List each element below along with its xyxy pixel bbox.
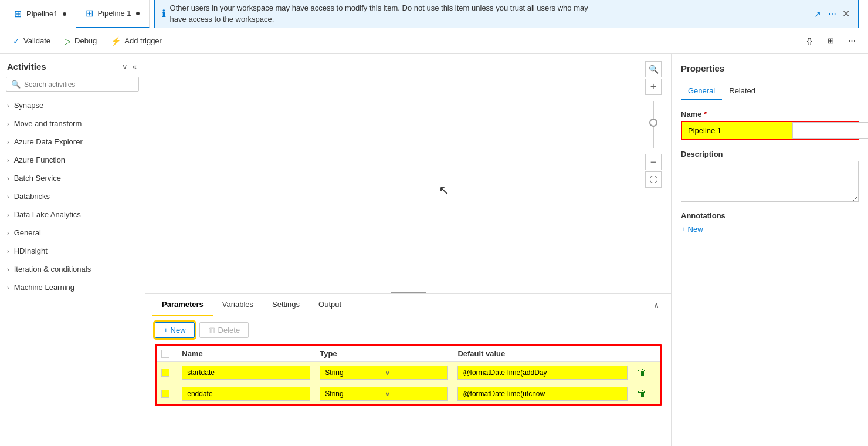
sidebar-item-hdinsight[interactable]: › HDInsight xyxy=(0,242,145,260)
row2-delete-cell: 🗑 xyxy=(632,383,660,404)
chevron-icon: › xyxy=(7,102,9,109)
banner-btn-resize[interactable]: ↗ xyxy=(812,8,823,20)
name-input-ext[interactable] xyxy=(792,122,868,139)
search-input[interactable] xyxy=(24,80,134,89)
canvas-area[interactable]: 🔍 + − ⛶ ↖ xyxy=(145,54,671,293)
tab-settings[interactable]: Settings xyxy=(263,294,309,316)
row2-type-select[interactable]: String ∨ xyxy=(320,387,448,401)
tab-pipeline1[interactable]: ⊞ Pipeline1 xyxy=(5,0,76,28)
row2-default-value[interactable]: @formatDateTime(utcnow xyxy=(457,387,628,401)
add-trigger-button[interactable]: ⚡ Add trigger xyxy=(105,33,168,49)
delete-icon: 🗑 xyxy=(208,326,216,334)
row1-checkbox-cell xyxy=(157,362,177,384)
sidebar-item-batch-service[interactable]: › Batch Service xyxy=(0,169,145,187)
prop-tab-related[interactable]: Related xyxy=(722,83,762,100)
row1-type-cell: String ∨ xyxy=(315,362,453,384)
chevron-icon: › xyxy=(7,157,9,164)
main-content: Activities ∨ « 🔍 › Synapse › Move and tr… xyxy=(0,54,868,446)
sidebar-item-azure-data-explorer[interactable]: › Azure Data Explorer xyxy=(0,133,145,151)
sidebar-item-azure-function[interactable]: › Azure Function xyxy=(0,151,145,169)
sidebar-item-iteration[interactable]: › Iteration & conditionals xyxy=(0,260,145,278)
header-delete xyxy=(632,346,660,362)
sidebar-item-databricks[interactable]: › Databricks xyxy=(0,187,145,205)
row1-type-select[interactable]: String ∨ xyxy=(320,366,448,380)
tab-parameters[interactable]: Parameters xyxy=(152,294,213,316)
sidebar-item-synapse[interactable]: › Synapse xyxy=(0,96,145,114)
prop-tab-general[interactable]: General xyxy=(681,83,722,100)
panel-collapse-btn[interactable]: ∧ xyxy=(649,296,664,315)
sidebar-label-general: General xyxy=(14,228,41,237)
new-annotation-button[interactable]: + New xyxy=(681,225,859,234)
new-parameter-button[interactable]: + New xyxy=(155,322,195,338)
chevron-icon: › xyxy=(7,284,9,291)
canvas-search-btn[interactable]: 🔍 xyxy=(645,61,662,77)
properties-panel: Properties General Related Name * Descri… xyxy=(671,54,868,446)
sidebar-label-af: Azure Function xyxy=(14,156,65,164)
canvas-zoom-slider[interactable] xyxy=(653,101,654,148)
required-indicator: * xyxy=(704,110,707,119)
more-icon: ⋯ xyxy=(848,36,856,45)
sidebar-controls: ∨ « xyxy=(121,61,138,72)
tab1-label: Pipeline1 xyxy=(26,9,58,18)
tab-variables[interactable]: Variables xyxy=(213,294,263,316)
select-all-checkbox[interactable] xyxy=(161,350,169,358)
info-banner: ℹ Other users in your workspace may have… xyxy=(154,0,859,29)
chevron-icon: › xyxy=(7,193,9,200)
more-options-btn[interactable]: ⋯ xyxy=(842,32,861,50)
row2-name-input[interactable] xyxy=(182,387,310,401)
row2-type-value: String xyxy=(325,390,383,398)
header-checkbox-cell xyxy=(157,346,177,362)
banner-btn-more[interactable]: ⋯ xyxy=(826,8,839,20)
sidebar-title: Activities xyxy=(7,62,46,72)
row1-delete-btn[interactable]: 🗑 xyxy=(637,367,646,377)
row2-value-cell: @formatDateTime(utcnow xyxy=(453,383,632,404)
row1-type-chevron: ∨ xyxy=(385,369,443,377)
banner-close-btn[interactable]: ✕ xyxy=(841,7,851,21)
sidebar-minimize-btn[interactable]: « xyxy=(131,61,138,72)
toolbar: ✓ Validate ▷ Debug ⚡ Add trigger {} ⊞ ⋯ xyxy=(0,28,868,54)
sidebar-item-data-lake[interactable]: › Data Lake Analytics xyxy=(0,205,145,224)
chevron-icon: › xyxy=(7,248,9,255)
description-textarea[interactable] xyxy=(681,161,859,202)
pipeline-icon: ⊞ xyxy=(14,8,22,19)
canvas-zoom-in-btn[interactable]: + xyxy=(645,79,662,95)
delete-parameter-button[interactable]: 🗑 Delete xyxy=(199,322,249,338)
debug-button[interactable]: ▷ Debug xyxy=(59,33,103,49)
bottom-tabs: Parameters Variables Settings Output ∧ xyxy=(145,294,671,316)
banner-text: Other users in your workspace may have a… xyxy=(170,3,807,24)
row2-delete-btn[interactable]: 🗑 xyxy=(637,388,646,398)
row1-name-cell xyxy=(177,362,315,384)
pipeline-icon2: ⊞ xyxy=(86,8,93,19)
tab-output[interactable]: Output xyxy=(309,294,351,316)
lightning-icon: ⚡ xyxy=(111,36,121,46)
canvas-fit-btn[interactable]: ⛶ xyxy=(645,171,662,188)
sidebar-item-general[interactable]: › General xyxy=(0,224,145,242)
sidebar-header: Activities ∨ « xyxy=(0,54,145,77)
table-row: String ∨ @formatDateTime(addDay 🗑 xyxy=(157,362,660,384)
name-input[interactable] xyxy=(682,122,792,139)
validate-button[interactable]: ✓ Validate xyxy=(7,33,56,49)
table-view-btn[interactable]: ⊞ xyxy=(821,32,840,50)
row1-name-input[interactable] xyxy=(182,366,310,380)
row1-checkbox[interactable] xyxy=(161,369,169,377)
canvas-zoom-out-btn[interactable]: − xyxy=(645,154,662,170)
sidebar-label-batch: Batch Service xyxy=(14,174,61,183)
search-box[interactable]: 🔍 xyxy=(6,77,139,92)
cursor: ↖ xyxy=(439,183,449,198)
bottom-panel: Parameters Variables Settings Output ∧ + xyxy=(145,293,671,446)
name-input-wrapper xyxy=(681,121,859,140)
tab-pipeline1-active[interactable]: ⊞ Pipeline 1 xyxy=(76,0,150,28)
code-view-btn[interactable]: {} xyxy=(800,32,819,50)
sidebar-item-machine-learning[interactable]: › Machine Learning xyxy=(0,278,145,296)
sidebar-collapse-btn[interactable]: ∨ xyxy=(121,61,129,72)
header-type: Type xyxy=(315,346,453,362)
description-label: Description xyxy=(681,150,859,158)
annotations-label: Annotations xyxy=(681,211,859,220)
row2-checkbox[interactable] xyxy=(161,390,169,398)
row2-checkbox-cell xyxy=(157,383,177,404)
debug-label: Debug xyxy=(74,36,97,45)
row1-default-value[interactable]: @formatDateTime(addDay xyxy=(457,366,628,380)
sidebar-label-datalake: Data Lake Analytics xyxy=(14,210,81,219)
sidebar-item-move-transform[interactable]: › Move and transform xyxy=(0,114,145,133)
row2-type-chevron: ∨ xyxy=(385,390,443,398)
